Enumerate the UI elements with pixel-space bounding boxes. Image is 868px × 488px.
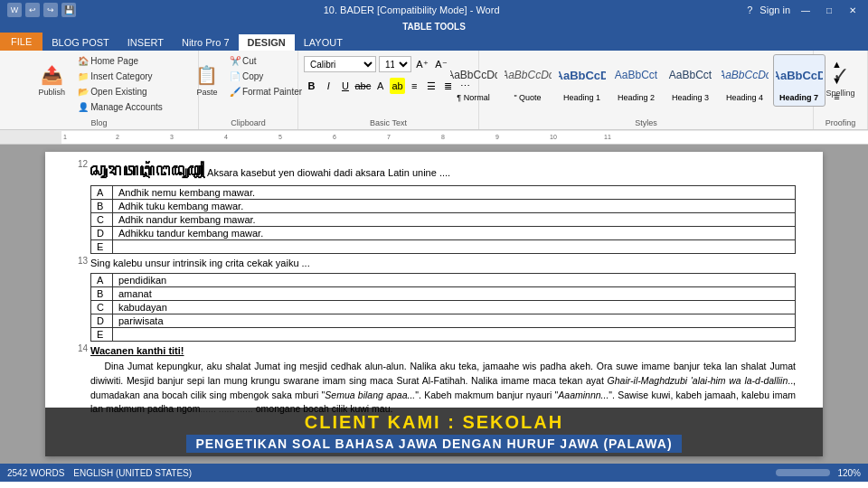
align-center-button[interactable]: ☰	[424, 78, 439, 94]
table-row: E	[91, 327, 796, 341]
option-letter-c: C	[91, 213, 113, 227]
styles-group-label: Styles	[479, 118, 813, 127]
minimize-button[interactable]: —	[797, 4, 814, 16]
zoom-slider[interactable]	[776, 469, 830, 476]
paste-button[interactable]: 📋 Paste	[191, 54, 223, 107]
status-left: 2542 WORDS ENGLISH (UNITED STATES)	[7, 468, 192, 478]
q13-option-text-b: amanat	[113, 286, 796, 300]
page[interactable]: 12 ꦱꦸꦫꦠꦆꦁꦔꦢꦸꦭ꧀ Aksara kasebut yen diowah…	[45, 152, 823, 456]
q13-options-table: A pendidikan B amanat C kabudayan D pari…	[90, 273, 796, 342]
underline-button[interactable]: U	[338, 78, 354, 94]
basic-text-group-label: Basic Text	[298, 118, 478, 127]
table-row: B Adhik tuku kembang mawar.	[91, 200, 796, 213]
q13-text: Sing kalebu unsur intrinsik ing crita ce…	[90, 256, 796, 271]
tab-design[interactable]: DESIGN	[239, 34, 295, 51]
style-heading3-preview: AaBbCct	[667, 59, 714, 91]
table-tools-bar: TABLE TOOLS	[0, 20, 868, 33]
table-row: D pariwisata	[91, 314, 796, 327]
style-heading7-label: Heading 7	[779, 93, 818, 102]
blog-small-buttons: 🏠Home Page 📁Insert Category 📂Open Existi…	[74, 54, 166, 107]
insert-category-button[interactable]: 📁Insert Category	[74, 70, 166, 83]
q12-text: ꦱꦸꦫꦠꦆꦁꦔꦢꦸꦭ꧀ Aksara kasebut yen diowahi d…	[90, 159, 796, 183]
question-14-row: 14 Wacanen kanthi titi! Dina Jumat kepun…	[72, 343, 796, 418]
maximize-button[interactable]: □	[821, 4, 837, 16]
publish-icon: 📤	[41, 64, 63, 86]
help-icon[interactable]: ?	[747, 5, 752, 15]
q13-content: Sing kalebu unsur intrinsik ing crita ce…	[90, 256, 796, 342]
style-quote[interactable]: AaBbCcDc " Quote	[502, 54, 554, 107]
tab-insert[interactable]: INSERT	[118, 34, 173, 51]
style-heading1-preview: AaBbCcD	[559, 59, 606, 91]
table-row: E	[91, 240, 796, 254]
option-letter-d: D	[91, 227, 113, 240]
strikethrough-button[interactable]: abc	[354, 78, 371, 94]
ribbon: 📤 Publish 🏠Home Page 📁Insert Category 📂O…	[0, 51, 868, 130]
open-existing-button[interactable]: 📂Open Existing	[74, 85, 166, 99]
paste-icon: 📋	[195, 64, 218, 86]
style-heading2[interactable]: AaBbCct Heading 2	[610, 54, 663, 107]
grow-font-button[interactable]: A⁺	[414, 56, 430, 72]
q13-option-text-d: pariwisata	[113, 314, 796, 327]
clipboard-group-content: 📋 Paste ✂️Cut 📄Copy 🖌️Format Painter	[191, 54, 306, 127]
style-heading4[interactable]: AaBbCcDc Heading 4	[719, 54, 771, 107]
bottom-banner: CLIENT KAMI : SEKOLAH PENGETIKAN SOAL BA…	[45, 408, 823, 456]
option-text-a: Andhik nemu kembang mawar.	[113, 186, 796, 200]
undo-icon[interactable]: ↩	[25, 3, 40, 17]
spelling-icon: ✓	[833, 63, 849, 87]
window-title: 10. BADER [Compatibility Mode] - Word	[76, 5, 747, 15]
tab-file[interactable]: FILE	[0, 33, 42, 51]
ruler-inner: 1 2 3 4 5 6 7 8 9 10 11	[61, 131, 868, 144]
tab-blog-post[interactable]: BLOG POST	[42, 34, 118, 51]
align-left-button[interactable]: ≡	[407, 78, 422, 94]
q13-option-letter-c: C	[91, 300, 113, 314]
italic-button[interactable]: I	[321, 78, 336, 94]
cut-button[interactable]: ✂️Cut	[226, 54, 306, 68]
format-painter-button[interactable]: 🖌️Format Painter	[226, 85, 306, 99]
style-normal-preview: AaBbCcDc	[450, 59, 497, 91]
signin-button[interactable]: Sign in	[760, 5, 790, 15]
style-normal[interactable]: AaBbCcDc ¶ Normal	[448, 54, 500, 107]
q13-option-letter-a: A	[91, 273, 113, 286]
word-icon: W	[7, 3, 22, 17]
style-heading3[interactable]: AaBbCct Heading 3	[665, 54, 717, 107]
clipboard-group-label: Clipboard	[199, 118, 297, 127]
manage-accounts-button[interactable]: 👤Manage Accounts	[74, 100, 166, 114]
question-12-row: 12 ꦱꦸꦫꦠꦆꦁꦔꦢꦸꦭ꧀ Aksara kasebut yen diowah…	[72, 159, 796, 254]
highlight-button[interactable]: ab	[390, 78, 405, 94]
publish-button[interactable]: 📤 Publish	[32, 54, 71, 107]
banner-line2: PENGETIKAN SOAL BAHASA JAWA DENGAN HURUF…	[186, 435, 681, 453]
bold-button[interactable]: B	[304, 78, 319, 94]
table-row: D Adhikku tandur kembang mawar.	[91, 227, 796, 240]
option-letter-b: B	[91, 200, 113, 213]
spelling-button[interactable]: ✓ Spelling	[821, 54, 861, 107]
style-quote-preview: AaBbCcDc	[505, 59, 552, 91]
blog-group-label: Blog	[0, 118, 198, 127]
copy-button[interactable]: 📄Copy	[226, 70, 306, 83]
option-text-e	[113, 240, 796, 254]
table-row: A Andhik nemu kembang mawar.	[91, 186, 796, 200]
status-bar: 2542 WORDS ENGLISH (UNITED STATES) 120%	[0, 464, 868, 482]
tab-layout[interactable]: LAYOUT	[295, 34, 352, 51]
font-family-select[interactable]: Calibri	[304, 56, 376, 72]
zoom-level: 120%	[837, 468, 861, 478]
option-text-b: Adhik tuku kembang mawar.	[113, 200, 796, 213]
text-color-button[interactable]: A	[373, 78, 388, 94]
q12-javanese-script: ꦱꦸꦫꦠꦆꦁꦔꦢꦸꦭ꧀	[90, 162, 204, 180]
redo-icon[interactable]: ↪	[43, 3, 58, 17]
title-right: ? Sign in — □ ✕	[747, 4, 861, 16]
q13-option-text-c: kabudayan	[113, 300, 796, 314]
style-heading1[interactable]: AaBbCcD Heading 1	[556, 54, 609, 107]
status-right: 120%	[776, 468, 861, 478]
tab-nitro[interactable]: Nitro Pro 7	[173, 34, 239, 51]
font-size-select[interactable]: 11	[379, 56, 411, 72]
close-button[interactable]: ✕	[844, 4, 861, 16]
ribbon-group-proofing: ✓ Spelling Proofing	[814, 51, 868, 129]
q13-option-letter-d: D	[91, 314, 113, 327]
line-num-13: 13	[78, 256, 88, 266]
style-heading4-preview: AaBbCcDc	[722, 59, 769, 91]
q12-content: ꦱꦸꦫꦠꦆꦁꦔꦢꦸꦭ꧀ Aksara kasebut yen diowahi d…	[90, 159, 796, 254]
home-page-button[interactable]: 🏠Home Page	[74, 54, 166, 68]
quick-save-icon[interactable]: 💾	[61, 3, 76, 17]
word-count: 2542 WORDS	[7, 468, 64, 478]
table-row: C kabudayan	[91, 300, 796, 314]
